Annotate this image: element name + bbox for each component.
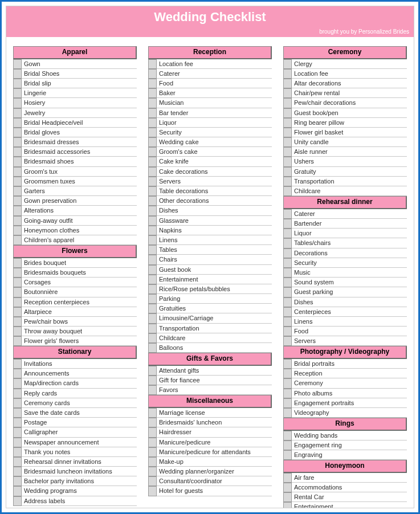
checkbox[interactable] xyxy=(283,219,292,229)
checkbox[interactable] xyxy=(283,258,292,268)
checkbox[interactable] xyxy=(148,128,157,137)
checkbox[interactable] xyxy=(148,206,157,215)
checkbox[interactable] xyxy=(148,366,157,376)
checkbox[interactable] xyxy=(13,297,22,307)
checkbox[interactable] xyxy=(13,108,22,118)
checkbox[interactable] xyxy=(13,457,22,467)
checkbox[interactable] xyxy=(13,79,22,88)
checkbox[interactable] xyxy=(148,186,157,196)
checkbox[interactable] xyxy=(148,177,157,186)
checkbox[interactable] xyxy=(13,418,22,427)
checkbox[interactable] xyxy=(148,88,157,98)
checkbox[interactable] xyxy=(13,186,22,196)
checkbox[interactable] xyxy=(13,206,22,215)
checkbox[interactable] xyxy=(283,398,292,408)
checkbox[interactable] xyxy=(148,418,157,427)
checkbox[interactable] xyxy=(283,69,292,79)
checkbox[interactable] xyxy=(148,376,157,385)
checkbox[interactable] xyxy=(13,476,22,486)
checkbox[interactable] xyxy=(283,450,292,460)
checkbox[interactable] xyxy=(13,196,22,206)
checkbox[interactable] xyxy=(148,324,157,333)
checkbox[interactable] xyxy=(13,157,22,166)
checkbox[interactable] xyxy=(13,427,22,437)
checkbox[interactable] xyxy=(13,59,22,69)
checkbox[interactable] xyxy=(148,137,157,147)
checkbox[interactable] xyxy=(283,128,292,137)
checkbox[interactable] xyxy=(148,476,157,486)
checkbox[interactable] xyxy=(13,398,22,408)
checkbox[interactable] xyxy=(148,69,157,79)
checkbox[interactable] xyxy=(148,343,157,353)
checkbox[interactable] xyxy=(283,307,292,317)
checkbox[interactable] xyxy=(13,389,22,398)
checkbox[interactable] xyxy=(283,108,292,118)
checkbox[interactable] xyxy=(283,431,292,440)
checkbox[interactable] xyxy=(148,147,157,157)
checkbox[interactable] xyxy=(283,369,292,378)
checkbox[interactable] xyxy=(148,275,157,284)
checkbox[interactable] xyxy=(283,229,292,238)
checkbox[interactable] xyxy=(283,248,292,258)
checkbox[interactable] xyxy=(13,496,22,506)
checkbox[interactable] xyxy=(283,440,292,450)
checkbox[interactable] xyxy=(283,98,292,108)
checkbox[interactable] xyxy=(148,408,157,418)
checkbox[interactable] xyxy=(148,98,157,108)
checkbox[interactable] xyxy=(148,284,157,294)
checkbox[interactable] xyxy=(13,278,22,287)
checkbox[interactable] xyxy=(283,137,292,147)
checkbox[interactable] xyxy=(13,486,22,496)
checkbox[interactable] xyxy=(148,438,157,447)
checkbox[interactable] xyxy=(148,447,157,457)
checkbox[interactable] xyxy=(13,307,22,317)
checkbox[interactable] xyxy=(283,268,292,278)
checkbox[interactable] xyxy=(283,88,292,98)
checkbox[interactable] xyxy=(13,369,22,378)
checkbox[interactable] xyxy=(283,177,292,186)
checkbox[interactable] xyxy=(13,327,22,336)
checkbox[interactable] xyxy=(148,216,157,226)
checkbox[interactable] xyxy=(13,378,22,388)
checkbox[interactable] xyxy=(283,492,292,502)
checkbox[interactable] xyxy=(13,336,22,346)
checkbox[interactable] xyxy=(148,196,157,206)
checkbox[interactable] xyxy=(148,294,157,304)
checkbox[interactable] xyxy=(13,98,22,108)
checkbox[interactable] xyxy=(148,79,157,88)
checkbox[interactable] xyxy=(148,385,157,395)
checkbox[interactable] xyxy=(13,268,22,278)
checkbox[interactable] xyxy=(283,378,292,388)
checkbox[interactable] xyxy=(148,304,157,313)
checkbox[interactable] xyxy=(148,157,157,166)
checkbox[interactable] xyxy=(283,483,292,492)
checkbox[interactable] xyxy=(148,427,157,437)
checkbox[interactable] xyxy=(148,167,157,177)
checkbox[interactable] xyxy=(13,235,22,245)
checkbox[interactable] xyxy=(13,287,22,297)
checkbox[interactable] xyxy=(13,167,22,177)
checkbox[interactable] xyxy=(148,457,157,467)
checkbox[interactable] xyxy=(148,313,157,323)
checkbox[interactable] xyxy=(13,118,22,128)
checkbox[interactable] xyxy=(283,287,292,297)
checkbox[interactable] xyxy=(283,336,292,346)
checkbox[interactable] xyxy=(148,265,157,275)
checkbox[interactable] xyxy=(148,118,157,128)
checkbox[interactable] xyxy=(13,128,22,137)
checkbox[interactable] xyxy=(283,238,292,248)
checkbox[interactable] xyxy=(13,226,22,235)
checkbox[interactable] xyxy=(148,245,157,255)
checkbox[interactable] xyxy=(148,333,157,343)
checkbox[interactable] xyxy=(148,108,157,118)
checkbox[interactable] xyxy=(283,278,292,287)
checkbox[interactable] xyxy=(148,235,157,245)
checkbox[interactable] xyxy=(13,467,22,476)
checkbox[interactable] xyxy=(13,69,22,79)
checkbox[interactable] xyxy=(13,258,22,268)
checkbox[interactable] xyxy=(148,226,157,235)
checkbox[interactable] xyxy=(148,255,157,264)
checkbox[interactable] xyxy=(283,389,292,398)
checkbox[interactable] xyxy=(283,147,292,157)
checkbox[interactable] xyxy=(13,447,22,457)
